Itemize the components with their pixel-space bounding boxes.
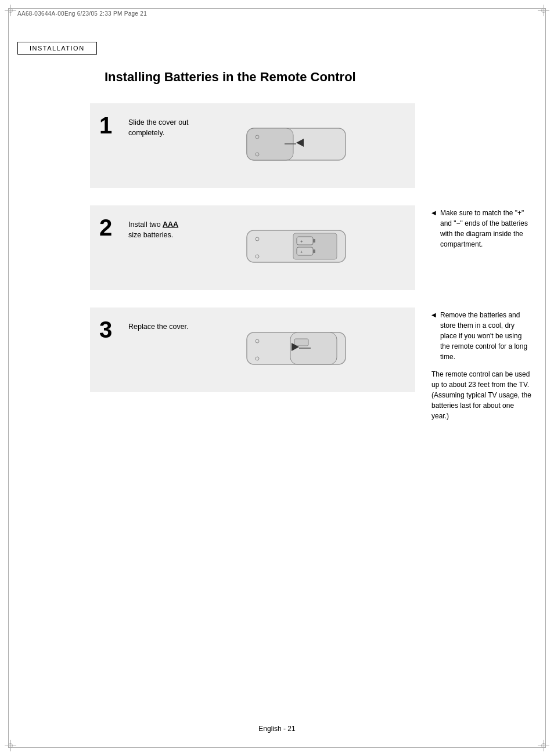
step-1-notes — [415, 103, 531, 106]
crosshair-top-right — [538, 5, 549, 16]
step-3-image — [241, 324, 357, 376]
svg-rect-11 — [313, 249, 315, 253]
step-2-block: 2 Install two AAA size batteries. — [90, 205, 415, 290]
page-title: Installing Batteries in the Remote Contr… — [105, 70, 356, 85]
crosshair-top-left — [5, 5, 16, 16]
step-2-description: Install two AAA size batteries. — [128, 216, 192, 240]
step-1-row: 1 Slide the cover out completely. — [90, 103, 531, 188]
border-top — [8, 8, 546, 9]
step-2-number: 2 — [99, 216, 121, 239]
step-1-image — [241, 120, 357, 172]
svg-rect-10 — [297, 247, 313, 255]
step-3-extra-text: The remote control can be used up to abo… — [431, 369, 531, 421]
step-3-note-text: Remove the batteries and store them in a… — [440, 310, 531, 362]
svg-text:+: + — [300, 249, 303, 255]
bullet-icon-2: ◀ — [431, 209, 436, 249]
step-2-notes: ◀ Make sure to match the "+" and "−" end… — [415, 205, 531, 254]
step-2-image: + + — [241, 222, 357, 274]
step-2-note-1: ◀ Make sure to match the "+" and "−" end… — [431, 208, 531, 249]
svg-rect-17 — [290, 332, 337, 364]
svg-rect-8 — [297, 237, 313, 245]
step-3-description: Replace the cover. — [128, 318, 189, 332]
step-2-note-text: Make sure to match the "+" and "−" ends … — [440, 208, 531, 249]
step-3-row: 3 Replace the cover. — [90, 308, 531, 421]
svg-rect-18 — [294, 339, 308, 346]
crosshair-bottom-right — [538, 740, 549, 751]
bullet-icon-3: ◀ — [431, 312, 436, 362]
step-1-number: 1 — [99, 114, 121, 137]
svg-text:+: + — [300, 239, 303, 244]
steps-area: 1 Slide the cover out completely. — [90, 103, 531, 439]
crosshair-bottom-left — [5, 740, 16, 751]
installation-label: Installation — [17, 42, 97, 55]
border-right — [545, 8, 546, 748]
page-footer: English - 21 — [0, 725, 554, 733]
step-2-row: 2 Install two AAA size batteries. — [90, 205, 531, 290]
header-meta: AA68-03644A-00Eng 6/23/05 2:33 PM Page 2… — [17, 10, 147, 17]
border-bottom — [8, 747, 546, 748]
page-container: AA68-03644A-00Eng 6/23/05 2:33 PM Page 2… — [0, 0, 554, 756]
step-3-notes: ◀ Remove the batteries and store them in… — [415, 308, 531, 421]
border-left — [8, 8, 9, 748]
step-1-description: Slide the cover out completely. — [128, 114, 192, 138]
step-3-note-1: ◀ Remove the batteries and store them in… — [431, 310, 531, 362]
step-1-block: 1 Slide the cover out completely. — [90, 103, 415, 188]
step-3-block: 3 Replace the cover. — [90, 308, 415, 392]
step-3-number: 3 — [99, 318, 121, 341]
svg-rect-9 — [313, 239, 315, 243]
